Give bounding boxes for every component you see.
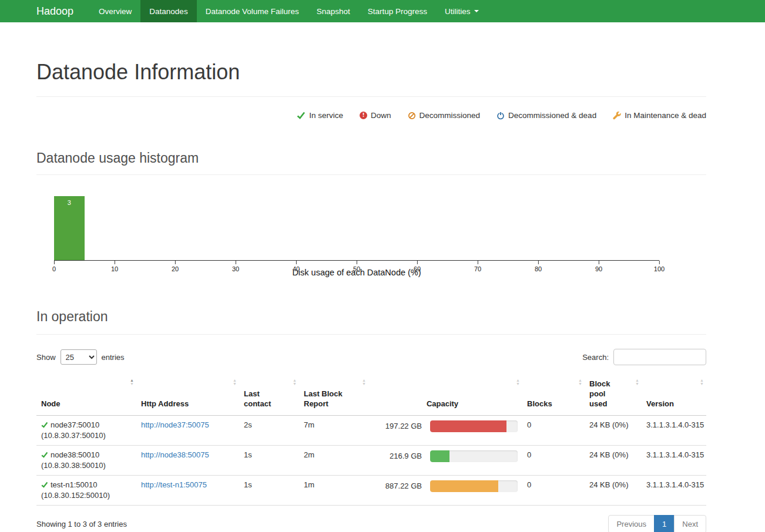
capacity-cell: 887.22 GB xyxy=(368,475,522,505)
col-header-block-pool-used[interactable]: Block pool used xyxy=(585,375,642,415)
pagination-previous[interactable]: Previous xyxy=(608,515,655,532)
caret-down-icon xyxy=(474,10,479,12)
histogram-bar-value: 3 xyxy=(54,199,85,206)
nav-utilities[interactable]: Utilities xyxy=(436,0,488,22)
capacity-bar-fill xyxy=(430,420,506,432)
block-pool-used-cell: 24 KB (0%) xyxy=(585,415,642,445)
capacity-value: 887.22 GB xyxy=(373,482,422,491)
node-ip: (10.8.30.152:50010) xyxy=(41,491,132,500)
legend-decommissioned-dead: Decommissioned & dead xyxy=(496,111,596,120)
power-icon xyxy=(496,112,505,120)
node-ip: (10.8.30.37:50010) xyxy=(41,431,132,440)
col-header-node[interactable]: Node xyxy=(36,375,136,415)
histogram-bar: 3 xyxy=(54,196,85,260)
blocks-cell: 0 xyxy=(522,445,585,475)
divider xyxy=(36,96,706,97)
node-name: node37:50010 xyxy=(51,420,99,430)
sort-icon xyxy=(130,379,134,385)
capacity-bar-fill xyxy=(430,480,498,492)
nav-startup-progress[interactable]: Startup Progress xyxy=(359,0,436,22)
in-service-check-icon xyxy=(41,482,48,488)
node-cell: node37:50010 (10.8.30.37:50010) xyxy=(36,415,136,445)
datanodes-table: Node Http Address Last contact Last Bloc… xyxy=(36,375,706,506)
last-block-report-cell: 2m xyxy=(299,445,368,475)
capacity-value: 216.9 GB xyxy=(373,452,422,461)
node-name: test-n1:50010 xyxy=(51,480,98,490)
node-name: node38:50010 xyxy=(51,450,99,460)
x-tick: 100 xyxy=(654,261,665,272)
nav-datanode-volume-failures-label: Datanode Volume Failures xyxy=(206,7,299,16)
nav-overview-label: Overview xyxy=(99,7,132,16)
nav-utilities-label: Utilities xyxy=(445,7,471,16)
legend-down-label: Down xyxy=(371,111,391,120)
col-header-http-address[interactable]: Http Address xyxy=(136,375,239,415)
wrench-icon xyxy=(613,112,621,120)
x-tick: 70 xyxy=(474,261,481,272)
blocks-cell: 0 xyxy=(522,415,585,445)
http-address-link[interactable]: http://node37:50075 xyxy=(141,420,209,429)
entries-label: entries xyxy=(102,353,125,362)
pagination: Previous 1 Next xyxy=(609,515,706,532)
x-axis-ticks: 0 10 20 30 40 50 60 70 80 90 100 xyxy=(54,261,659,274)
x-tick: 0 xyxy=(52,261,56,272)
page-length-control: Show 25 entries xyxy=(36,349,125,365)
nav-startup-progress-label: Startup Progress xyxy=(368,7,427,16)
last-block-report-cell: 1m xyxy=(299,475,368,505)
sort-icon xyxy=(362,379,366,385)
node-ip: (10.8.30.38:50010) xyxy=(41,461,132,470)
operation-section-title: In operation xyxy=(36,309,706,325)
nav-datanodes-label: Datanodes xyxy=(149,7,187,16)
col-header-last-block-report[interactable]: Last Block Report xyxy=(299,375,368,415)
search-label: Search: xyxy=(582,353,609,362)
legend-down: ! Down xyxy=(360,111,391,120)
nav-datanode-volume-failures[interactable]: Datanode Volume Failures xyxy=(197,0,308,22)
x-tick: 60 xyxy=(414,261,421,272)
x-tick: 10 xyxy=(111,261,118,272)
pagination-page-1[interactable]: 1 xyxy=(654,515,675,532)
col-header-blocks[interactable]: Blocks xyxy=(522,375,585,415)
brand-hadoop[interactable]: Hadoop xyxy=(36,0,73,22)
search-input[interactable] xyxy=(613,349,706,365)
col-header-capacity[interactable]: Capacity xyxy=(368,375,522,415)
capacity-bar xyxy=(430,450,518,462)
last-contact-cell: 1s xyxy=(239,445,299,475)
http-address-link[interactable]: http://node38:50075 xyxy=(141,450,209,459)
nav-snapshot[interactable]: Snapshot xyxy=(308,0,359,22)
nav-menu: Overview Datanodes Datanode Volume Failu… xyxy=(90,0,488,22)
nav-datanodes[interactable]: Datanodes xyxy=(140,0,196,22)
version-cell: 3.1.1.3.1.4.0-315 xyxy=(642,415,706,445)
col-header-last-contact[interactable]: Last contact xyxy=(239,375,299,415)
x-tick: 40 xyxy=(293,261,300,272)
col-header-version[interactable]: Version xyxy=(642,375,706,415)
usage-histogram: 3 0 10 20 30 40 50 60 70 80 90 100 Disk … xyxy=(36,196,706,277)
histogram-section-title: Datanode usage histogram xyxy=(36,150,706,166)
capacity-bar-fill xyxy=(430,450,449,462)
x-tick: 20 xyxy=(172,261,179,272)
block-pool-used-cell: 24 KB (0%) xyxy=(585,445,642,475)
block-pool-used-cell: 24 KB (0%) xyxy=(585,475,642,505)
legend-decommissioned-dead-label: Decommissioned & dead xyxy=(508,111,596,120)
legend-decommissioned-label: Decommissioned xyxy=(420,111,481,120)
capacity-bar xyxy=(430,420,518,432)
legend-maintenance-dead: In Maintenance & dead xyxy=(613,111,706,120)
entries-select[interactable]: 25 xyxy=(61,349,97,365)
capacity-value: 197.22 GB xyxy=(373,422,422,431)
legend-maintenance-dead-label: In Maintenance & dead xyxy=(625,111,706,120)
in-service-check-icon xyxy=(41,452,48,458)
http-address-link[interactable]: http://test-n1:50075 xyxy=(141,480,207,489)
legend-in-service-label: In service xyxy=(309,111,343,120)
nav-overview[interactable]: Overview xyxy=(90,0,140,22)
status-legend: In service ! Down Decommissioned Decommi… xyxy=(36,111,706,120)
table-row: test-n1:50010 (10.8.30.152:50010) http:/… xyxy=(36,475,706,505)
page-title: Datanode Information xyxy=(36,60,706,85)
nav-snapshot-label: Snapshot xyxy=(317,7,350,16)
x-tick: 90 xyxy=(595,261,602,272)
divider xyxy=(36,334,706,335)
table-info: Showing 1 to 3 of 3 entries xyxy=(36,520,127,528)
pagination-next[interactable]: Next xyxy=(674,515,706,532)
version-cell: 3.1.1.3.1.4.0-315 xyxy=(642,475,706,505)
capacity-bar xyxy=(430,480,518,492)
last-contact-cell: 1s xyxy=(239,475,299,505)
table-row: node38:50010 (10.8.30.38:50010) http://n… xyxy=(36,445,706,475)
in-service-check-icon xyxy=(41,422,48,428)
